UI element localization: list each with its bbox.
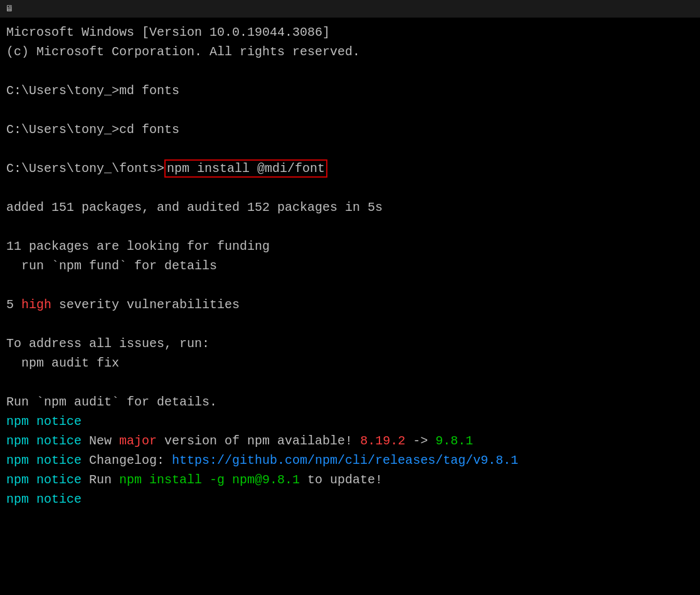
terminal-line: added 151 packages, and audited 152 pack… — [6, 198, 694, 217]
title-bar: 🖥 — [0, 0, 700, 18]
terminal-line: npm notice Run npm install -g npm@9.8.1 … — [6, 470, 694, 490]
terminal-line: (c) Microsoft Corporation. All rights re… — [6, 42, 694, 62]
empty-line — [6, 178, 694, 198]
empty-line — [6, 217, 694, 237]
terminal-line: 11 packages are looking for funding — [6, 237, 694, 256]
empty-line — [6, 62, 694, 81]
empty-line — [6, 373, 694, 392]
terminal-line: Microsoft Windows [Version 10.0.19044.30… — [6, 23, 694, 42]
terminal-line: Run `npm audit` for details. — [6, 392, 694, 412]
empty-line — [6, 314, 694, 334]
terminal-line: npm audit fix — [6, 353, 694, 373]
empty-line — [6, 100, 694, 120]
terminal-body: Microsoft Windows [Version 10.0.19044.30… — [0, 18, 700, 514]
npm-command-highlight: npm install @mdi/font — [164, 159, 327, 178]
severity-high: high — [21, 298, 51, 312]
terminal-line: To address all issues, run: — [6, 334, 694, 353]
terminal-line: C:\Users\tony_>md fonts — [6, 81, 694, 100]
terminal-line: npm notice New major version of npm avai… — [6, 431, 694, 451]
terminal-line: npm notice — [6, 412, 694, 431]
empty-line — [6, 139, 694, 159]
terminal-line: C:\Users\tony_>cd fonts — [6, 120, 694, 139]
changelog-link[interactable]: https://github.com/npm/cli/releases/tag/… — [172, 453, 518, 468]
empty-line — [6, 276, 694, 295]
install-command: npm install -g npm@9.8.1 — [119, 473, 300, 487]
terminal-line: npm notice — [6, 490, 694, 509]
terminal-line: C:\Users\tony_\fonts>npm install @mdi/fo… — [6, 159, 694, 178]
major-label: major — [119, 434, 157, 448]
title-bar-icon: 🖥 — [5, 4, 14, 14]
terminal-line: run `npm fund` for details — [6, 256, 694, 276]
terminal-line: 5 high severity vulnerabilities — [6, 295, 694, 314]
terminal-line: npm notice Changelog: https://github.com… — [6, 451, 694, 470]
